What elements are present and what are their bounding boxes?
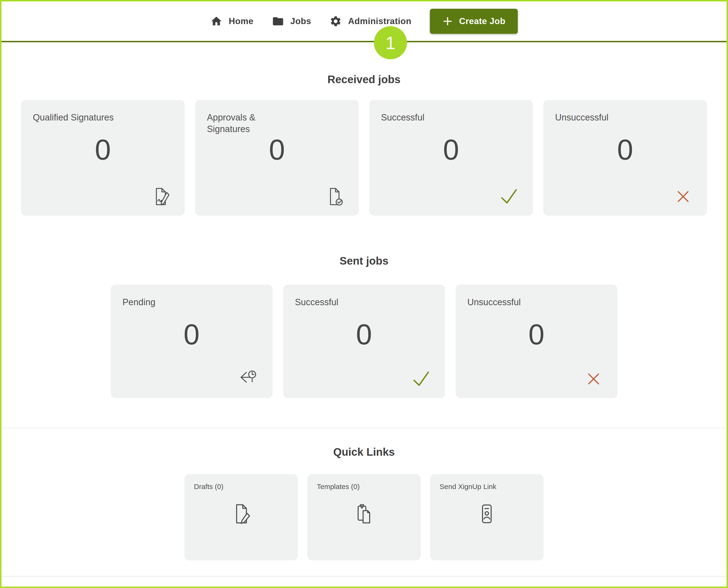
card-count: 0 (21, 135, 185, 164)
sent-jobs-card-row: Pending0Successful0Unsuccessful0 (1, 285, 727, 398)
card-label: Pending (123, 296, 261, 308)
section-separator (1, 427, 727, 428)
nav-item-label: Administration (348, 16, 411, 26)
templates-clipboard-icon (353, 503, 375, 525)
header-divider (1, 41, 727, 42)
card-label: Templates (0) (317, 483, 411, 491)
nav-item-jobs[interactable]: Jobs (272, 15, 311, 27)
card-label: Successful (381, 112, 521, 123)
annotation-step-number: 1 (385, 33, 395, 53)
card-count: 0 (111, 320, 273, 349)
dashboard-main: Received jobs Qualified Signatures0Appro… (1, 73, 727, 577)
received-card-unsuccessful[interactable]: Unsuccessful0 (543, 100, 707, 216)
sent-card-successful[interactable]: Successful0 (283, 285, 445, 398)
quick_links-card-drafts-0[interactable]: Drafts (0) (185, 474, 298, 560)
card-label: Send XignUp Link (440, 483, 534, 491)
id-badge-icon (475, 503, 498, 525)
received-card-approvals-signatures[interactable]: Approvals & Signatures0 (195, 100, 359, 216)
plus-icon (442, 16, 453, 27)
nav-item-administration[interactable]: Administration (329, 15, 411, 27)
footer-separator (1, 576, 727, 577)
quick_links-card-send-xignup-link[interactable]: Send XignUp Link (430, 474, 543, 560)
sent-jobs-heading: Sent jobs (1, 254, 727, 268)
create-job-label: Create Job (459, 16, 506, 26)
card-count: 0 (369, 135, 533, 164)
nav-menu: HomeJobsAdministration (210, 15, 411, 27)
card-count: 0 (195, 135, 359, 164)
card-count: 0 (543, 135, 707, 164)
annotation-step-badge: 1 (374, 26, 407, 59)
document-check-icon (325, 186, 345, 207)
received-jobs-card-row: Qualified Signatures0Approvals & Signatu… (1, 100, 727, 216)
received-jobs-heading: Received jobs (1, 73, 727, 86)
quick-links-heading: Quick Links (1, 445, 727, 459)
quick-links-section: Quick Links Drafts (0)Templates (0)Send … (1, 445, 727, 560)
nav-item-home[interactable]: Home (210, 15, 254, 27)
nav-item-label: Jobs (290, 16, 311, 26)
quick_links-card-templates-0[interactable]: Templates (0) (307, 474, 421, 560)
gear-icon (329, 15, 342, 27)
folder-icon (272, 15, 284, 27)
cross-icon (583, 369, 604, 389)
check-icon (411, 369, 431, 389)
draft-document-icon (230, 503, 253, 525)
card-label: Drafts (0) (194, 483, 288, 491)
check-icon (499, 186, 519, 207)
signature-document-icon (151, 186, 171, 207)
card-label: Qualified Signatures (33, 112, 173, 123)
dashboard-page: HomeJobsAdministration Create Job 1 Rece… (0, 0, 728, 588)
card-label: Approvals & Signatures (207, 112, 347, 135)
sent-card-unsuccessful[interactable]: Unsuccessful0 (456, 285, 618, 398)
received-jobs-section: Received jobs Qualified Signatures0Appro… (1, 73, 727, 216)
card-label: Successful (295, 296, 433, 308)
nav-item-label: Home (229, 16, 254, 26)
received-card-qualified-signatures[interactable]: Qualified Signatures0 (21, 100, 185, 216)
card-count: 0 (456, 320, 618, 349)
received-card-successful[interactable]: Successful0 (369, 100, 533, 216)
card-label: Unsuccessful (555, 112, 695, 123)
quick-links-card-row: Drafts (0)Templates (0)Send XignUp Link (1, 474, 727, 560)
card-label: Unsuccessful (468, 296, 606, 308)
sent-jobs-section: Sent jobs Pending0Successful0Unsuccessfu… (1, 254, 727, 398)
home-icon (210, 15, 222, 27)
sent-card-pending[interactable]: Pending0 (111, 285, 273, 398)
card-count: 0 (283, 320, 445, 349)
cross-icon (673, 186, 693, 207)
create-job-button[interactable]: Create Job (430, 9, 518, 34)
pending-clock-icon (239, 369, 259, 389)
top-nav: HomeJobsAdministration Create Job (1, 1, 727, 41)
